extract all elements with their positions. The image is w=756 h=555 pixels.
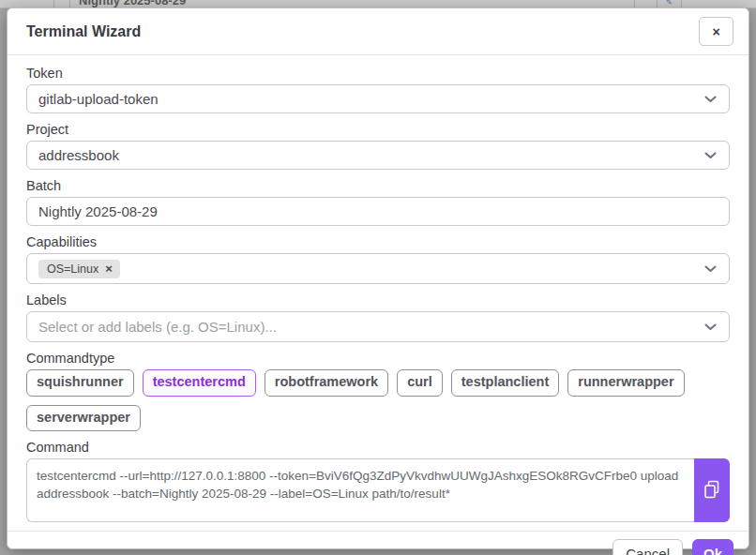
copy-icon — [703, 480, 720, 502]
chevron-down-icon — [704, 96, 717, 103]
capabilities-field-group: Capabilities OS=Linux × — [26, 234, 730, 284]
labels-label: Labels — [26, 292, 730, 308]
command-field-group: Command testcentercmd --url=http://127.0… — [26, 440, 730, 522]
commandtype-option-serverwrapper[interactable]: serverwrapper — [26, 405, 141, 432]
project-selected-value: addressbook — [38, 147, 119, 163]
batch-label: Batch — [26, 178, 730, 193]
chevron-down-icon — [704, 265, 717, 273]
commandtype-option-squishrunner[interactable]: squishrunner — [26, 369, 134, 397]
capabilities-label: Capabilities — [26, 234, 730, 249]
labels-field-group: Labels — [26, 292, 730, 342]
dialog-body: Token gitlab-upload-token Project addres… — [8, 55, 748, 531]
commandtype-label: Commandtype — [26, 351, 730, 366]
commandtype-option-curl[interactable]: curl — [397, 369, 443, 397]
token-label: Token — [26, 66, 730, 81]
batch-input[interactable] — [26, 197, 730, 226]
dialog-footer: Cancel Ok — [8, 531, 748, 555]
capability-tag-text: OS=Linux — [47, 262, 98, 276]
commandtype-option-runnerwrapper[interactable]: runnerwrapper — [567, 369, 684, 397]
command-label: Command — [26, 440, 730, 455]
background-batch-text: Nightly 2025-08-29 — [79, 0, 186, 8]
commandtype-option-robotframework[interactable]: robotframework — [265, 369, 388, 397]
project-field-group: Project addressbook — [26, 122, 730, 170]
token-selected-value: gitlab-upload-token — [38, 91, 159, 107]
dialog-title: Terminal Wizard — [26, 23, 141, 40]
token-select[interactable]: gitlab-upload-token — [26, 84, 730, 113]
chevron-down-icon — [704, 152, 717, 159]
chevron-down-icon — [704, 323, 717, 331]
token-field-group: Token gitlab-upload-token — [26, 66, 730, 113]
background-table-border — [657, 0, 658, 8]
labels-input[interactable] — [38, 319, 701, 335]
labels-multiselect[interactable] — [26, 311, 730, 342]
batch-field-group: Batch — [26, 178, 730, 226]
commandtype-field-group: Commandtype squishrunner testcentercmd r… — [26, 351, 730, 431]
commandtype-options: squishrunner testcentercmd robotframewor… — [26, 369, 730, 431]
background-table-border — [634, 0, 635, 8]
capabilities-multiselect[interactable]: OS=Linux × — [26, 253, 730, 284]
background-table-border — [69, 0, 70, 8]
project-label: Project — [26, 122, 730, 137]
remove-tag-icon[interactable]: × — [105, 262, 113, 275]
ok-button[interactable]: Ok — [692, 539, 733, 555]
command-row: testcentercmd --url=http://127.0.0.1:880… — [26, 458, 730, 522]
command-text[interactable]: testcentercmd --url=http://127.0.0.1:880… — [26, 458, 694, 522]
terminal-wizard-dialog: Terminal Wizard × Token gitlab-upload-to… — [7, 8, 749, 549]
project-select[interactable]: addressbook — [26, 141, 730, 170]
close-icon: × — [712, 25, 719, 38]
dialog-header: Terminal Wizard × — [8, 8, 748, 55]
copy-command-button[interactable] — [694, 458, 730, 522]
commandtype-option-testcentercmd[interactable]: testcentercmd — [143, 369, 256, 397]
cancel-button[interactable]: Cancel — [612, 539, 683, 555]
background-edit-icon: ✎ — [666, 0, 673, 7]
background-table-border — [53, 0, 54, 8]
commandtype-option-testplanclient[interactable]: testplanclient — [451, 369, 559, 397]
capability-tag: OS=Linux × — [38, 260, 120, 278]
background-table-border — [681, 0, 682, 8]
close-button[interactable]: × — [699, 17, 733, 46]
